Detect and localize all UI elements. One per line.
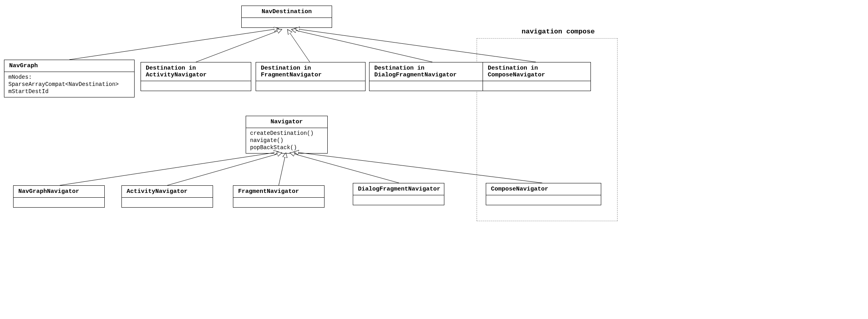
svg-line-3 bbox=[291, 29, 432, 62]
class-body: createDestination() navigate() popBackSt… bbox=[246, 128, 327, 153]
svg-line-7 bbox=[279, 153, 286, 185]
class-body bbox=[369, 81, 497, 91]
class-title: Destination in DialogFragmentNavigator bbox=[369, 62, 497, 81]
method: navigate() bbox=[250, 137, 323, 144]
class-compose-navigator: ComposeNavigator bbox=[486, 183, 601, 205]
class-fragment-navigator: FragmentNavigator bbox=[233, 185, 325, 208]
class-dialog-fragment-navigator: DialogFragmentNavigator bbox=[353, 183, 444, 205]
method: createDestination() bbox=[250, 130, 323, 137]
svg-line-8 bbox=[290, 153, 399, 183]
class-body bbox=[353, 195, 444, 205]
class-activity-navigator: ActivityNavigator bbox=[121, 185, 213, 208]
class-title: DialogFragmentNavigator bbox=[353, 183, 444, 195]
class-title: Destination in FragmentNavigator bbox=[256, 62, 365, 81]
class-title: NavDestination bbox=[242, 6, 332, 18]
svg-line-2 bbox=[287, 29, 310, 62]
class-body bbox=[141, 81, 251, 91]
class-navigator: Navigator createDestination() navigate()… bbox=[246, 116, 328, 154]
class-title: ActivityNavigator bbox=[122, 186, 213, 198]
class-body bbox=[483, 81, 590, 91]
class-body bbox=[256, 81, 365, 91]
inheritance-arrows bbox=[0, 0, 868, 319]
class-destination-fragment-navigator: Destination in FragmentNavigator bbox=[256, 62, 366, 91]
class-body bbox=[233, 198, 324, 207]
class-body bbox=[486, 195, 601, 205]
svg-line-1 bbox=[196, 29, 282, 62]
package-label: navigation compose bbox=[522, 28, 595, 35]
class-title: Destination in ComposeNavigator bbox=[483, 62, 590, 81]
class-destination-activity-navigator: Destination in ActivityNavigator bbox=[141, 62, 251, 91]
class-title: NavGraphNavigator bbox=[14, 186, 104, 198]
class-title: FragmentNavigator bbox=[233, 186, 324, 198]
class-body: mNodes: SparseArrayCompat<NavDestination… bbox=[4, 72, 134, 97]
method: popBackStack() bbox=[250, 144, 323, 151]
class-title: ComposeNavigator bbox=[486, 183, 601, 195]
class-nav-graph: NavGraph mNodes: SparseArrayCompat<NavDe… bbox=[4, 60, 135, 97]
class-nav-destination: NavDestination bbox=[241, 6, 332, 28]
class-nav-graph-navigator: NavGraphNavigator bbox=[13, 185, 105, 208]
class-title: NavGraph bbox=[4, 60, 134, 72]
attr: mStartDestId bbox=[8, 88, 130, 95]
svg-line-6 bbox=[167, 153, 282, 185]
class-title: Destination in ActivityNavigator bbox=[141, 62, 251, 81]
class-body bbox=[14, 198, 104, 207]
class-destination-dialog-fragment-navigator: Destination in DialogFragmentNavigator bbox=[369, 62, 497, 91]
svg-line-0 bbox=[69, 29, 279, 60]
svg-line-5 bbox=[60, 152, 279, 185]
attr: mNodes: SparseArrayCompat<NavDestination… bbox=[8, 74, 130, 88]
class-body bbox=[122, 198, 213, 207]
class-destination-compose-navigator: Destination in ComposeNavigator bbox=[483, 62, 591, 91]
class-body bbox=[242, 18, 332, 27]
class-title: Navigator bbox=[246, 116, 327, 128]
